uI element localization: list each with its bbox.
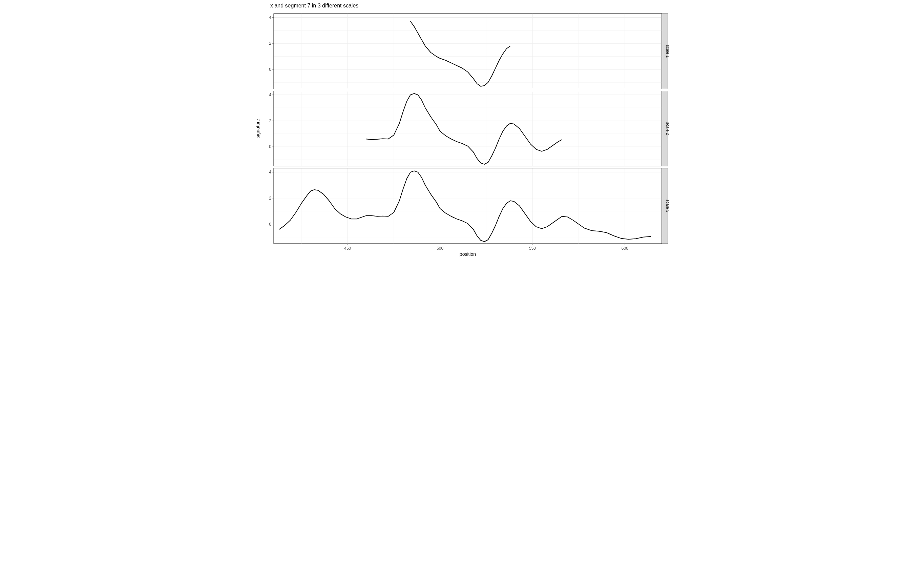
y-tick-label: 4 bbox=[269, 170, 271, 174]
chart-svg: x and segment 7 in 3 different scales024… bbox=[253, 0, 671, 258]
svg-rect-0 bbox=[274, 13, 662, 89]
facet-panel: 024scale 1 bbox=[269, 13, 670, 89]
facet-panel: 024450500550600scale 3 bbox=[269, 168, 670, 251]
chart-title: x and segment 7 in 3 different scales bbox=[270, 3, 358, 8]
x-tick-label: 500 bbox=[437, 246, 443, 251]
y-tick-label: 0 bbox=[269, 67, 271, 72]
y-tick-label: 2 bbox=[269, 119, 271, 123]
x-axis-label: position bbox=[460, 252, 476, 257]
x-tick-label: 450 bbox=[344, 246, 351, 251]
y-axis-label: signature bbox=[255, 119, 261, 138]
facet-label: scale 2 bbox=[665, 122, 670, 135]
facet-label: scale 3 bbox=[665, 200, 670, 213]
y-tick-label: 2 bbox=[269, 196, 271, 201]
facet-label: scale 1 bbox=[665, 45, 670, 58]
svg-rect-20 bbox=[274, 91, 662, 166]
y-tick-label: 4 bbox=[269, 93, 271, 97]
y-tick-label: 0 bbox=[269, 144, 271, 149]
facet-panel: 024scale 2 bbox=[269, 91, 670, 166]
x-tick-label: 550 bbox=[529, 246, 536, 251]
y-tick-label: 0 bbox=[269, 222, 271, 227]
x-tick-label: 600 bbox=[621, 246, 628, 251]
y-tick-label: 4 bbox=[269, 15, 271, 20]
chart-container: x and segment 7 in 3 different scales024… bbox=[253, 0, 671, 258]
y-tick-label: 2 bbox=[269, 41, 271, 46]
